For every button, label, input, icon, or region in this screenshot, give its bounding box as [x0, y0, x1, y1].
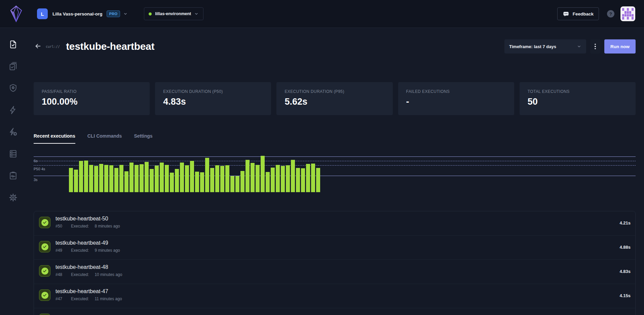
metric-card: PASS/FAIL RATIO 100.00%	[34, 82, 150, 115]
execution-number: #49	[55, 248, 62, 253]
tab-recent-executions[interactable]: Recent executions	[34, 133, 75, 144]
chart-bar[interactable]	[129, 163, 134, 192]
chart-bar[interactable]	[286, 165, 290, 192]
user-avatar[interactable]	[620, 6, 635, 21]
axis-label-3s: 3s	[34, 178, 38, 182]
lightning-badge-icon	[8, 127, 18, 137]
chart-bar[interactable]	[311, 164, 315, 192]
metric-value: 50	[528, 97, 628, 107]
chart-bar[interactable]	[316, 168, 320, 192]
timeframe-select[interactable]: Timeframe: last 7 days	[504, 39, 586, 54]
chart-bar[interactable]	[150, 169, 154, 192]
chart-bar[interactable]	[195, 172, 199, 192]
chevron-down-icon	[194, 11, 199, 16]
chart-bar[interactable]	[190, 161, 194, 192]
chart-bar[interactable]	[271, 168, 275, 192]
chart-bar[interactable]	[261, 156, 265, 192]
sidebar-item-sources[interactable]	[6, 147, 20, 161]
tab-settings[interactable]: Settings	[134, 133, 152, 144]
testkube-logo[interactable]	[9, 5, 23, 23]
chevron-down-icon	[123, 11, 128, 16]
chart-bar[interactable]	[205, 158, 209, 192]
chart-bar[interactable]	[220, 166, 224, 192]
chart-bar[interactable]	[89, 165, 93, 192]
chart-bar[interactable]	[185, 165, 189, 192]
chart-bar[interactable]	[170, 173, 174, 192]
chart-bar[interactable]	[276, 165, 280, 192]
sidebar-item-executors[interactable]	[6, 81, 20, 95]
chart-bar[interactable]	[160, 163, 164, 192]
execution-name: testkube-heartbeat-50	[55, 216, 120, 222]
sidebar-item-settings[interactable]	[6, 191, 20, 204]
environment-switcher[interactable]: lillas-environment	[144, 7, 203, 20]
chart-bar[interactable]	[109, 165, 113, 192]
run-now-button[interactable]: Run now	[604, 39, 636, 54]
pro-badge: PRO	[107, 10, 120, 17]
chart-bar[interactable]	[135, 165, 139, 192]
chart-bar[interactable]	[210, 168, 214, 192]
chart-bar[interactable]	[245, 160, 250, 192]
sidebar-item-triggers[interactable]	[6, 103, 20, 117]
axis-label-6s: 6s	[34, 159, 38, 163]
chart-bar[interactable]	[306, 164, 310, 192]
executed-label: Executed:	[71, 296, 89, 301]
file-check-icon	[8, 40, 18, 49]
chart-bar[interactable]	[79, 161, 83, 192]
chart-bar[interactable]	[104, 165, 108, 192]
execution-row[interactable]: testkube-heartbeat-50 #50 Executed: 8 mi…	[34, 211, 635, 236]
chart-bar[interactable]	[145, 162, 149, 192]
chart-bar[interactable]	[94, 166, 98, 192]
chart-bar[interactable]	[256, 165, 260, 192]
chart-bar[interactable]	[175, 169, 179, 192]
execution-name: testkube-heartbeat-48	[55, 264, 122, 270]
execution-row-partial[interactable]	[34, 308, 635, 315]
feedback-button[interactable]: Feedback	[557, 7, 599, 20]
execution-name: testkube-heartbeat-47	[55, 288, 122, 294]
chart-bar[interactable]	[140, 164, 144, 192]
chart-bar[interactable]	[200, 172, 204, 192]
chart-bar[interactable]	[74, 170, 78, 192]
execution-row[interactable]: testkube-heartbeat-49 #49 Executed: 9 mi…	[34, 236, 635, 260]
sidebar-item-test-suites[interactable]	[6, 60, 20, 73]
chart-bar[interactable]	[99, 164, 103, 192]
metric-card: EXECUTION DURATION (P50) 4.83s	[155, 82, 271, 115]
chart-bar[interactable]	[84, 161, 88, 192]
status-passed-icon	[39, 241, 50, 252]
chart-bar[interactable]	[114, 168, 118, 192]
chart-bar[interactable]	[215, 165, 219, 192]
chart-bar[interactable]	[235, 176, 239, 192]
sidebar	[0, 28, 26, 315]
chart-bar[interactable]	[225, 165, 229, 192]
chart-bar[interactable]	[240, 171, 244, 192]
environment-name: lillas-environment	[155, 11, 191, 16]
chart-bar[interactable]	[119, 165, 123, 192]
execution-row[interactable]: testkube-heartbeat-48 #48 Executed: 10 m…	[34, 260, 635, 284]
chart-bar[interactable]	[281, 166, 285, 192]
chart-bar[interactable]	[266, 172, 270, 192]
chart-bar[interactable]	[296, 168, 300, 192]
execution-duration: 4.21s	[619, 220, 631, 225]
chart-bar[interactable]	[291, 160, 295, 192]
tab-cli-commands[interactable]: CLI Commands	[87, 133, 122, 144]
sidebar-item-webhooks[interactable]	[6, 125, 20, 139]
chart-bar[interactable]	[165, 165, 169, 192]
gear-icon	[8, 193, 18, 202]
check-icon	[43, 293, 47, 297]
status-passed-icon	[39, 289, 50, 301]
chart-bar[interactable]	[251, 163, 255, 192]
org-switcher[interactable]: L Lilla Vass-personal-org PRO	[37, 8, 128, 19]
sidebar-item-status-pages[interactable]	[6, 169, 20, 182]
execution-row[interactable]: testkube-heartbeat-47 #47 Executed: 11 m…	[34, 284, 635, 308]
chart-bar[interactable]	[180, 163, 184, 192]
more-options-button[interactable]	[590, 39, 600, 54]
back-button[interactable]	[34, 42, 42, 51]
chart-bar[interactable]	[124, 171, 128, 192]
sidebar-item-tests[interactable]	[6, 38, 20, 51]
chart-bar[interactable]	[155, 166, 159, 192]
help-button[interactable]: ?	[607, 10, 614, 18]
chart-bar[interactable]	[230, 176, 234, 192]
chart-bar[interactable]	[301, 168, 305, 192]
status-passed-icon	[39, 314, 50, 315]
metric-value: 4.83s	[163, 97, 263, 107]
chart-bar[interactable]	[69, 168, 73, 192]
